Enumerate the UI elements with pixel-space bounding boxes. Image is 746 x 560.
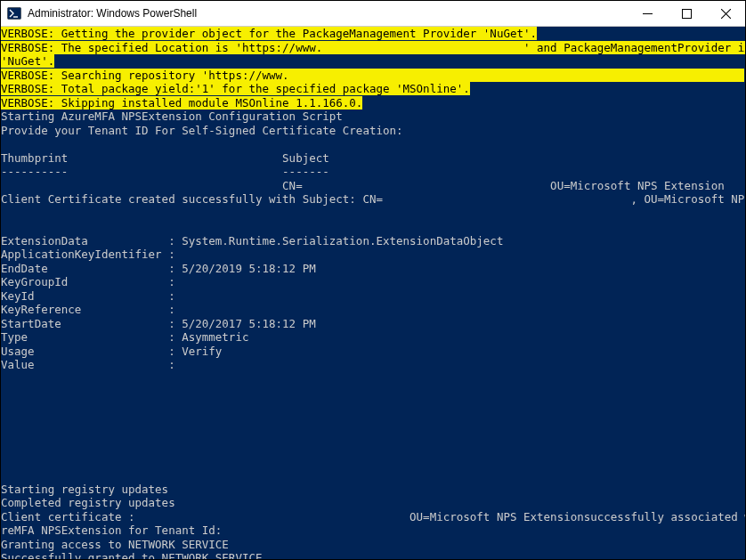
terminal-line: Client Certificate created successfully … [1,192,745,207]
terminal-line: StartDate : 5/20/2017 5:18:12 PM [1,317,745,331]
window-controls [628,1,745,26]
terminal-line: CN= OU=Microsoft NPS Extension [1,179,745,193]
terminal-line [1,468,745,483]
terminal-line: VERBOSE: Searching repository 'https://w… [1,69,745,83]
svg-rect-3 [682,9,691,18]
terminal-line: ExtensionData : System.Runtime.Serializa… [1,234,745,248]
terminal-line [1,207,745,221]
terminal-line: ApplicationKeyIdentifier : [1,248,745,262]
terminal-line: Thumbprint Subject [1,151,745,166]
terminal-line [1,427,745,442]
terminal-line: Provide your Tenant ID For Self-Signed C… [1,124,745,138]
titlebar[interactable]: Administrator: Windows PowerShell [1,1,745,27]
terminal-line: Usage : Verify [1,345,745,359]
terminal-line [1,413,745,427]
terminal-line: KeyGroupId : [1,275,745,289]
terminal-line [1,441,745,455]
terminal-line: 'NuGet'. [1,54,745,69]
terminal-line: EndDate : 5/20/2019 5:18:12 PM [1,262,745,276]
terminal-line: VERBOSE: The specified Location is 'http… [1,41,745,55]
powershell-icon [4,4,24,22]
powershell-window: Administrator: Windows PowerShell VERBOS… [0,0,746,560]
maximize-button[interactable] [667,1,706,26]
window-title: Administrator: Windows PowerShell [28,7,628,20]
terminal-line [1,400,745,414]
terminal-viewport[interactable]: VERBOSE: Getting the provider object for… [1,27,745,559]
terminal-line: Starting AzureMFA NPSExtension Configura… [1,110,745,124]
terminal-line: Type : Asymmetric [1,330,745,345]
terminal-line: Successfully granted to NETWORK SERVICE [1,551,745,559]
close-button[interactable] [706,1,745,26]
terminal-line: KeyId : [1,289,745,304]
terminal-line: Granting access to NETWORK SERVICE [1,538,745,552]
terminal-line: Client certificate : OU=Microsoft NPS Ex… [1,510,745,524]
terminal-line [1,372,745,386]
terminal-line: ---------- ------- [1,165,745,179]
terminal-line: reMFA NPSExtension for Tenant Id: [1,523,745,538]
terminal-line [1,137,745,151]
terminal-line: VERBOSE: Skipping installed module MSOnl… [1,96,745,110]
terminal-line: Value : [1,358,745,372]
terminal-line [1,220,745,234]
terminal-line [1,386,745,400]
terminal-line [1,455,745,469]
terminal-line: VERBOSE: Total package yield:'1' for the… [1,82,745,96]
terminal-line: Starting registry updates [1,483,745,497]
minimize-button[interactable] [628,1,667,26]
terminal-line: VERBOSE: Getting the provider object for… [1,27,745,41]
terminal-line: Completed registry updates [1,496,745,510]
terminal-line: KeyReference : [1,303,745,317]
